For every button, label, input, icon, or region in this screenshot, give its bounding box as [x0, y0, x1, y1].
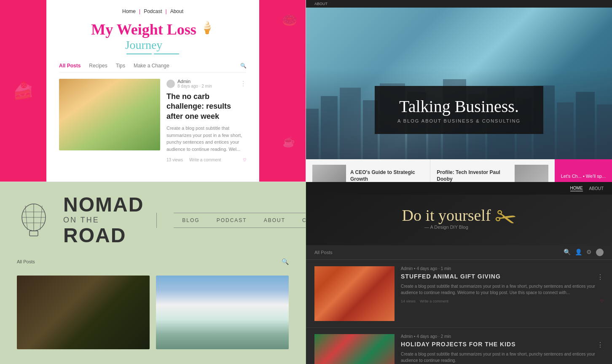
q2-article-2-thumb [515, 165, 548, 182]
q1-author-info: Admin 8 days ago · 2 min ⋮ [166, 79, 247, 88]
q4-filter-bar: All Posts 🔍 👤 ⚙ [306, 245, 612, 260]
q3-photo-cooking [17, 276, 150, 349]
q4-hero-title: Do it yourself [402, 206, 491, 225]
q1-title-sub: Journey [91, 38, 196, 52]
svg-line-17 [25, 206, 27, 230]
q3-photo-mountains [156, 276, 289, 349]
q1-post-image [59, 79, 160, 150]
q4-post-2-title[interactable]: Holiday Projects for the Kids [401, 341, 515, 348]
q1-post-title[interactable]: The no carb challenge: results after one… [166, 92, 247, 121]
q4-post-1-author: Admin • 4 days ago · 1 min [401, 266, 604, 271]
q4-search-icon[interactable]: 🔍 [564, 249, 571, 256]
svg-rect-22 [30, 231, 38, 236]
q4-diy-blog: HOME ABOUT Do it yourself — A Design DIY… [306, 182, 612, 364]
q4-settings-icon[interactable]: ⚙ [586, 249, 592, 256]
q3-nav-podcast[interactable]: PODCAST [208, 213, 255, 228]
q2-articles-strip: A CEO's Guide to Strategic Growth Profil… [306, 159, 612, 182]
q4-post-2-more[interactable]: ⋮ [597, 341, 604, 349]
svg-line-18 [40, 206, 42, 230]
q1-filter-tips[interactable]: Tips [116, 63, 125, 69]
q4-hero-section: Do it yourself — A Design DIY Blog ✂ [306, 195, 612, 245]
q1-heart-icon[interactable]: ♡ [243, 158, 247, 162]
q4-nav-about[interactable]: ABOUT [589, 186, 604, 191]
q1-post-footer: 13 views Write a comment ♡ [166, 158, 247, 162]
q1-more-icon[interactable]: ⋮ [240, 80, 247, 88]
q2-hero-section: Talking Business. A BLOG ABOUT BUSINESS … [306, 8, 612, 159]
q3-photo-grid [0, 269, 306, 349]
q3-nav-about[interactable]: ABOUT [255, 213, 294, 228]
q3-title-on-the: ON THE [63, 216, 144, 225]
q4-post-1-excerpt: Create a blog post subtitle that summari… [401, 283, 604, 296]
q1-weight-loss-blog: 🍰 🍩 ☕ Home | Podcast | About My Weight L… [0, 0, 306, 182]
q4-post-2-thumbnail [314, 334, 395, 364]
q2-nav-about[interactable]: ABOUT [314, 2, 327, 6]
q4-post-1-views: 14 views [401, 299, 416, 303]
q4-scissors-icon: ✂ [491, 201, 519, 235]
q3-nomad-blog: NOMAD ON THE ROAD BLOG PODCAST ABOUT CON… [0, 182, 306, 364]
q1-filter-make-change[interactable]: Make a Change [134, 63, 169, 69]
q1-nav-home[interactable]: Home [122, 8, 136, 14]
q3-title-nomad: NOMAD [63, 195, 144, 215]
q4-post-1-thumbnail [314, 266, 395, 321]
q1-navigation: Home | Podcast | About [59, 8, 247, 14]
q3-posts-bar: All Posts 🔍 [0, 254, 306, 269]
q2-article-2-title[interactable]: Profile: Tech Investor Paul Dooby [437, 169, 510, 182]
q4-user-icon[interactable]: 👤 [575, 249, 582, 256]
q1-author-name: Admin [177, 79, 212, 84]
q2-blog-subtitle: A BLOG ABOUT BUSINESS & CONSULTING [392, 118, 526, 123]
q1-post-card: Admin 8 days ago · 2 min ⋮ The no carb c… [59, 79, 247, 162]
q4-post-card-1: Admin • 4 days ago · 1 min Stuffed Anima… [306, 260, 612, 328]
q4-post-1-more[interactable]: ⋮ [597, 273, 604, 281]
q2-article-1-title[interactable]: A CEO's Guide to Strategic Growth [350, 169, 424, 182]
q4-hero-subtitle: — A Design DIY Blog [402, 225, 491, 230]
q1-title-block: My Weight Loss Journey 🍦 [59, 21, 247, 54]
q1-author-avatar [166, 80, 175, 88]
q1-nav-podcast[interactable]: Podcast [144, 8, 162, 14]
q1-nav-divider2: | [166, 8, 167, 14]
q3-search-icon[interactable]: 🔍 [282, 258, 289, 265]
q4-post-1-heart[interactable]: ♡ [600, 299, 604, 303]
q1-main-content: Home | Podcast | About My Weight Loss Jo… [46, 0, 259, 171]
q1-filter-all-posts[interactable]: All Posts [59, 63, 81, 69]
q2-header-nav: ABOUT [306, 0, 612, 8]
q2-article-3[interactable]: Let's Ch... • We'll sp... [555, 159, 612, 182]
q1-nav-divider1: | [139, 8, 140, 14]
q1-nav-about[interactable]: About [170, 8, 183, 14]
q4-post-card-2: Admin • 4 days ago · 2 min Holiday Proje… [306, 328, 612, 364]
q4-avatar-icon[interactable] [596, 249, 604, 256]
q1-filter-bar: All Posts Recipes Tips Make a Change 🔍 [59, 63, 247, 72]
q1-post-views: 13 views [166, 158, 183, 162]
q4-nav-home[interactable]: HOME [570, 186, 583, 191]
q3-header: NOMAD ON THE ROAD BLOG PODCAST ABOUT CON… [0, 182, 306, 254]
q3-all-posts[interactable]: All Posts [17, 259, 35, 264]
q4-post-2-excerpt: Create a blog post subtitle that summari… [401, 351, 604, 364]
q1-post-time: 8 days ago · 2 min [177, 84, 212, 88]
q1-right-sidebar: 🍩 ☕ [259, 0, 306, 182]
q1-title-main: My Weight Loss [91, 21, 196, 38]
q2-hero-background [306, 8, 612, 159]
q1-post-excerpt: Create a blog post subtitle that summari… [166, 125, 247, 153]
q4-post-1-body: Admin • 4 days ago · 1 min Stuffed Anima… [401, 266, 604, 321]
q3-balloon-svg [17, 201, 51, 239]
q1-search-icon[interactable]: 🔍 [240, 63, 247, 69]
q3-nav-contact[interactable]: CONTACT [294, 213, 306, 228]
q1-write-comment[interactable]: Write a comment [189, 158, 221, 162]
q4-header-nav: HOME ABOUT [306, 182, 612, 195]
q4-post-2-author: Admin • 4 days ago · 2 min [401, 334, 604, 339]
q2-article-1: A CEO's Guide to Strategic Growth [306, 159, 430, 182]
q4-post-2-body: Admin • 4 days ago · 2 min Holiday Proje… [401, 334, 604, 364]
q4-post-1-footer: 14 views Write a comment ♡ [401, 299, 604, 303]
q4-toolbar-icons: 🔍 👤 ⚙ [564, 249, 604, 256]
q2-blog-title: Talking Business. [392, 96, 526, 116]
q1-filter-recipes[interactable]: Recipes [89, 63, 107, 69]
q1-card-body: Admin 8 days ago · 2 min ⋮ The no carb c… [166, 79, 247, 162]
q4-post-1-title[interactable]: Stuffed Animal Gift Giving [401, 273, 501, 280]
q4-post-1-comment[interactable]: Write a comment [420, 299, 448, 303]
q3-balloon-logo [17, 201, 51, 239]
q4-all-posts[interactable]: All Posts [314, 250, 333, 255]
q1-left-sidebar: 🍰 [0, 0, 46, 182]
q1-food-photo [59, 79, 160, 150]
q3-nav-blog[interactable]: BLOG [174, 213, 208, 228]
q2-article-2: Profile: Tech Investor Paul Dooby [430, 159, 554, 182]
q2-talking-business-blog: ABOUT Talk [306, 0, 612, 182]
